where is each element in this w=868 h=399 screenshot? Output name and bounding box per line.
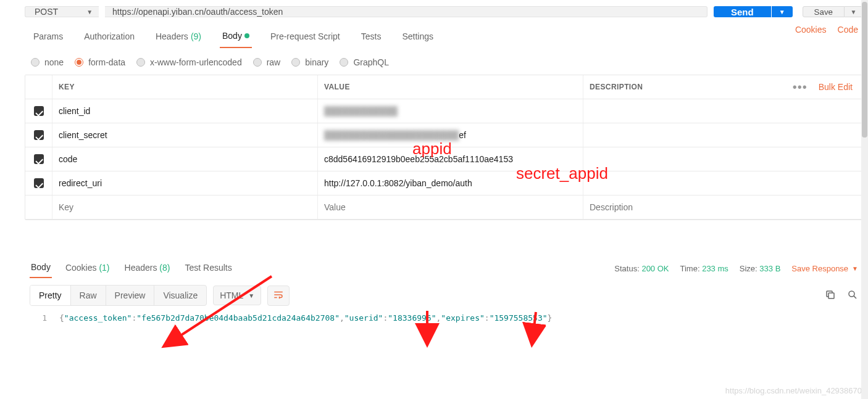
tab-prerequest[interactable]: Pre-request Script [268,28,343,47]
tab-tests[interactable]: Tests [359,28,384,47]
json-content: {"access_token":"fe567b2d7da70be04d4baab… [59,313,552,323]
save-button[interactable]: Save [803,6,845,17]
cell-key[interactable]: redirect_uri [52,171,318,195]
radio-icon [253,58,262,67]
url-input[interactable]: https://openapi.yiban.cn/oauth/access_to… [105,6,707,17]
cookies-link[interactable]: Cookies [795,25,827,35]
table-row: client_id ████████████ [25,99,862,123]
send-button[interactable]: Send [714,6,771,17]
view-pretty[interactable]: Pretty [30,286,71,305]
cell-desc[interactable] [583,147,862,171]
svg-point-1 [849,291,854,297]
checkbox-icon[interactable] [34,106,44,116]
cell-desc[interactable] [583,99,862,123]
search-icon[interactable] [847,289,858,302]
radio-icon [31,58,40,67]
time-label: Time: 233 ms [680,264,728,273]
save-dropdown[interactable]: ▼ [845,6,863,17]
view-visualize[interactable]: Visualize [154,286,206,305]
cell-value[interactable]: c8dd56416912919b0eeb255a2cb5af1110ae4153 [318,147,583,171]
radio-icon [75,58,83,67]
cell-key[interactable]: client_id [52,99,318,123]
dot-icon [244,33,249,38]
key-input[interactable] [59,202,311,212]
desc-input[interactable] [590,202,856,212]
table-header: KEY VALUE DESCRIPTION [25,75,862,99]
table-row: code c8dd56416912919b0eeb255a2cb5af1110a… [25,147,862,171]
table-row: redirect_uri http://127.0.0.1:8082/yiban… [25,171,862,195]
cell-value[interactable]: http://127.0.0.1:8082/yiban_demo/auth [318,171,583,195]
checkbox-icon[interactable] [34,178,44,188]
bulk-edit-link[interactable]: Bulk Edit [819,82,853,92]
cell-value[interactable]: ████████████ [318,99,583,123]
cell-key[interactable]: client_secret [52,123,318,147]
url-value: https://openapi.yiban.cn/oauth/access_to… [112,7,283,17]
radio-graphql[interactable]: GraphQL [340,57,389,67]
chevron-down-icon: ▼ [248,292,254,299]
tab-settings[interactable]: Settings [399,28,436,47]
table-row: client_secret ██████████████████████ef [25,123,862,147]
radio-icon [291,58,300,67]
radio-icon [340,58,348,67]
size-label: Size: 333 B [740,264,781,273]
response-body[interactable]: 1 {"access_token":"fe567b2d7da70be04d4ba… [25,308,863,335]
resp-tab-headers[interactable]: Headers (8) [123,260,172,278]
cell-key[interactable]: code [52,147,318,171]
checkbox-icon[interactable] [34,154,44,164]
code-link[interactable]: Code [838,25,858,35]
resp-tab-body[interactable]: Body [30,260,52,278]
cell-value[interactable]: ██████████████████████ef [318,123,583,147]
status-label: Status: 200 OK [614,264,669,273]
radio-raw[interactable]: raw [253,57,281,67]
svg-rect-0 [828,293,834,298]
watermark: https://blog.csdn.net/weixin_42938670 [725,386,862,395]
tab-authorization[interactable]: Authorization [81,28,137,47]
radio-xwww[interactable]: x-www-form-urlencoded [136,57,242,67]
send-dropdown[interactable]: ▼ [772,6,793,17]
view-group: Pretty Raw Preview Visualize [30,285,207,306]
col-key: KEY [52,75,318,99]
http-method-label: POST [35,7,58,17]
save-response-button[interactable]: Save Response ▼ [791,264,858,273]
copy-icon[interactable] [825,289,836,302]
tab-body[interactable]: Body [220,27,252,48]
col-value: VALUE [318,75,583,99]
radio-binary[interactable]: binary [291,57,328,67]
chevron-down-icon: ▼ [86,9,93,15]
tab-headers[interactable]: Headers (9) [153,28,204,47]
cell-desc[interactable] [583,171,862,195]
value-input[interactable] [324,202,577,212]
checkbox-icon[interactable] [34,130,44,140]
linewrap-button[interactable] [267,286,290,306]
chevron-down-icon: ▼ [852,265,858,272]
resp-tab-cookies[interactable]: Cookies (1) [64,260,111,278]
view-raw[interactable]: Raw [71,286,106,305]
table-row-new [25,195,862,220]
format-select[interactable]: HTML ▼ [213,286,261,305]
tab-params[interactable]: Params [31,28,65,47]
resp-tab-tests[interactable]: Test Results [183,260,233,278]
scrollbar-thumb[interactable] [862,2,867,138]
radio-none[interactable]: none [31,57,64,67]
view-preview[interactable]: Preview [106,286,155,305]
radio-formdata[interactable]: form-data [75,57,125,67]
scrollbar[interactable] [861,0,868,399]
cell-desc[interactable] [583,123,862,147]
http-method-select[interactable]: POST ▼ [25,6,99,17]
radio-icon [136,58,145,67]
line-number: 1 [30,313,47,323]
more-icon[interactable]: ••• [793,80,807,94]
